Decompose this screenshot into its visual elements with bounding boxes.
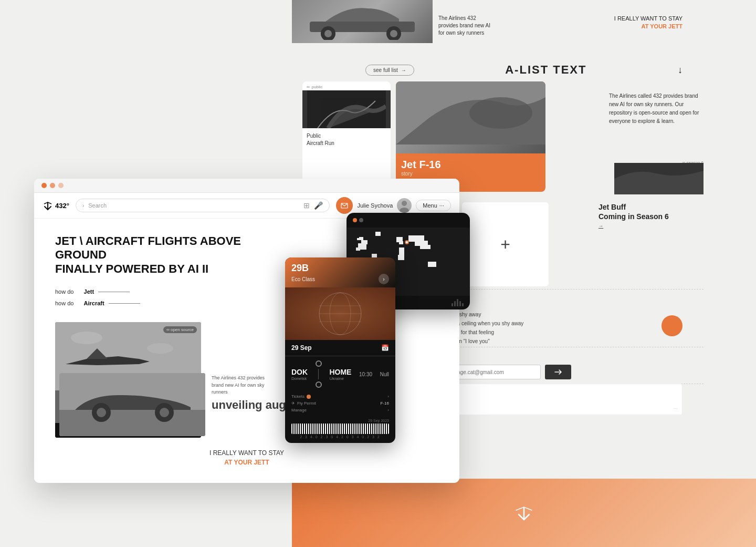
traffic-light-green[interactable]: [58, 183, 64, 188]
orange-dot: [662, 315, 682, 336]
route-dot-bottom: [316, 381, 322, 388]
barcode-numbers: 2.3 4.0 2.3 0 4.2 0 3 4 0.2 3 2: [291, 435, 389, 439]
ticket-globe-section: [285, 287, 395, 340]
bar-4: [459, 301, 461, 306]
car-image-bottom: [59, 373, 205, 436]
plus-icon: +: [500, 236, 510, 253]
browser-titlebar: [34, 179, 459, 193]
route-dot-top: [316, 360, 322, 367]
public-card[interactable]: ∞ public Public Aircraft Run: [302, 81, 391, 192]
svg-point-12: [402, 201, 407, 206]
svg-point-4: [390, 30, 397, 37]
svg-rect-35: [356, 247, 360, 251]
orange-card[interactable]: ∞ compository Jet F-16 story →: [396, 81, 545, 192]
ticket-route: DOK Donetsk HOME Ukraine 10:30 Null: [285, 356, 395, 392]
user-name: Julie Sychova: [357, 202, 393, 209]
barcode-date: 29 Sep 2023: [291, 419, 389, 422]
search-chevron-icon: ›: [82, 203, 84, 209]
map-toggle: [353, 218, 363, 222]
public-card-body: Public Aircraft Run: [302, 128, 391, 151]
top-description: The Airlines 432 provides brand new AI f…: [438, 15, 491, 37]
ticket-items: Tickets 2 › ✈ Fly Permit F-16 Manage ›: [285, 392, 395, 415]
svg-rect-40: [398, 255, 404, 260]
manage-chevron-icon: ›: [387, 408, 389, 412]
ticket-header: 29B Eco Class ›: [285, 257, 395, 287]
route-from-city: DOK: [291, 368, 308, 376]
user-avatar: [397, 198, 412, 213]
svg-rect-44: [428, 262, 436, 267]
open-source-badge: ∞ open source: [163, 326, 197, 333]
bottom-orange-section: [292, 479, 756, 547]
route-to-city: HOME: [329, 368, 351, 376]
email-submit-button[interactable]: [545, 365, 571, 379]
ticket-seat: 29B: [291, 263, 389, 274]
svg-rect-20: [59, 410, 205, 436]
stay-line1: I REALLY WANT TO STAY: [614, 15, 682, 23]
logo-text: 432°: [55, 202, 69, 210]
ticket-arrow-button[interactable]: ›: [379, 274, 389, 284]
top-car-image: [292, 0, 433, 43]
svg-point-22: [97, 408, 106, 417]
see-full-list-button[interactable]: see full list →: [365, 65, 414, 76]
download-icon[interactable]: ↓: [678, 65, 682, 76]
svg-point-48: [406, 241, 408, 243]
browser-actions: Julie Sychova Menu ···: [336, 197, 451, 214]
tickets-count-badge: 2: [307, 395, 311, 399]
traffic-light-yellow[interactable]: [50, 183, 55, 188]
svg-rect-31: [357, 238, 359, 240]
bottom-text-area: ···: [436, 384, 682, 415]
bar-3: [457, 299, 458, 306]
jett-accent: JETT: [668, 23, 682, 29]
map-modal-header: [346, 213, 470, 228]
barcode-image: [291, 424, 389, 434]
lyrics-section: Don't you shy away Manifest a ceiling wh…: [436, 310, 593, 346]
main-heading: JET \ AIRCRAFT FLIGHTS ABOVE GROUND FINA…: [55, 234, 286, 276]
mail-button[interactable]: [336, 197, 353, 214]
fly-permit-value: F-16: [381, 401, 389, 406]
ticket-date-row: 29 Sep 📅: [285, 340, 395, 356]
middle-band: see full list → A-LIST TEXT ↓: [292, 58, 756, 82]
svg-rect-38: [399, 241, 403, 244]
map-toggle-active-dot[interactable]: [353, 218, 357, 222]
arrow-icon: →: [401, 67, 406, 73]
bottom-stay-text: I REALLY WANT TO STAY AT YOUR JETT: [55, 448, 438, 467]
filter-icon[interactable]: ⊞: [303, 201, 310, 210]
search-placeholder: Search: [88, 202, 299, 209]
top-stay-text: I REALLY WANT TO STAY AT YOUR JETT: [614, 15, 682, 31]
public-card-header: ∞ public: [302, 81, 391, 90]
mic-icon[interactable]: 🎤: [314, 201, 323, 210]
search-bar[interactable]: › Search ⊞ 🎤: [76, 199, 330, 212]
unveil-text: unveiling augu: [212, 398, 293, 412]
svg-rect-36: [375, 232, 381, 236]
plus-card[interactable]: +: [462, 202, 549, 286]
ticket-item-manage[interactable]: Manage ›: [291, 408, 389, 412]
svg-point-17: [71, 332, 102, 344]
ticket-item-tickets[interactable]: Tickets 2 ›: [291, 394, 389, 399]
public-card-image: [302, 90, 391, 128]
fly-permit-label: ✈ Fly Permit: [291, 401, 316, 406]
map-signal-bars: [452, 299, 464, 306]
jet-buff-title: Jet Buff Coming in Season 6: [598, 202, 704, 221]
season6-image: [614, 163, 704, 194]
ticket-barcode: 29 Sep 2023 2.3 4.0 2.3 0 4.2 0 3 4 0.2 …: [285, 415, 395, 443]
stay-line2: AT YOUR JETT: [614, 23, 682, 30]
svg-rect-32: [359, 237, 363, 240]
right-info: The Airlines called 432 provides brand n…: [609, 92, 704, 126]
svg-point-2: [324, 30, 332, 37]
jet-buff-link[interactable]: →: [598, 223, 704, 229]
aircraft-arrow: [109, 303, 140, 304]
logo-icon: [43, 200, 53, 211]
jett-bottom-accent: JETT: [254, 459, 269, 466]
manage-label: Manage: [291, 408, 307, 412]
mail-icon: [341, 202, 348, 209]
calendar-icon: 📅: [381, 344, 389, 352]
jett-arrow: [98, 292, 130, 292]
map-toggle-inactive-dot[interactable]: [359, 218, 363, 222]
infinity-icon: ∞: [307, 85, 310, 89]
menu-button[interactable]: Menu ···: [416, 200, 451, 211]
bar-1: [452, 303, 453, 306]
jet-buff-card: Jet Buff Coming in Season 6 →: [598, 202, 704, 229]
route-to-country: Ukraine: [329, 376, 351, 381]
tickets-chevron-icon: ›: [387, 394, 389, 399]
traffic-light-red[interactable]: [41, 183, 47, 188]
